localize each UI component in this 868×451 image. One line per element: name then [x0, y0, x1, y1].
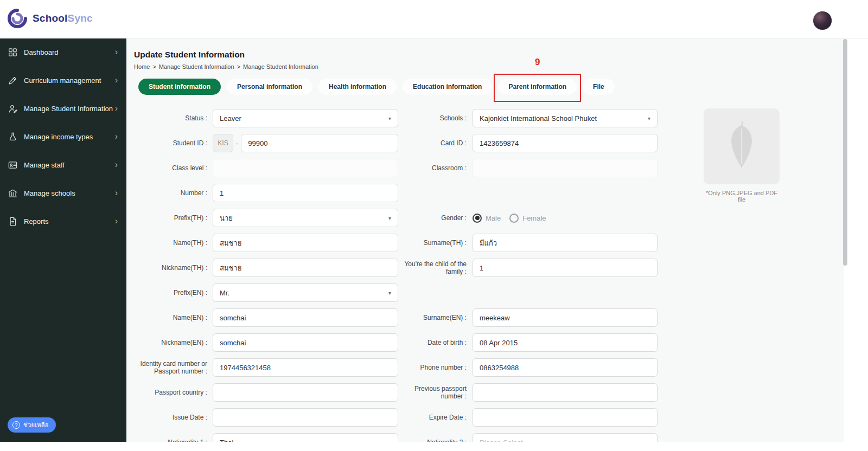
nationality-2-select[interactable]: Please Select ▾	[473, 433, 658, 442]
nickname-th-input[interactable]	[213, 259, 398, 277]
sidebar-item-label: Dashboard	[24, 48, 59, 56]
gender-female-label[interactable]: Female	[522, 214, 546, 222]
prefix-en-select[interactable]: Mr. ▾	[213, 284, 398, 302]
breadcrumb-home[interactable]: Home	[134, 63, 150, 70]
name-th-input[interactable]	[213, 234, 398, 252]
chevron-down-icon: ▾	[648, 440, 650, 442]
nationality-2-placeholder: Please Select	[480, 439, 523, 442]
form-row: Passport country : Previous passport num…	[134, 383, 844, 402]
help-button-label: ช่วยเหลือ	[23, 420, 48, 430]
sidebar-item-manage-income-types[interactable]: Manage income types ›	[0, 123, 126, 151]
form-row: Name(EN) : Surname(EN) :	[134, 308, 844, 327]
gender-male-label[interactable]: Male	[486, 214, 501, 222]
tab-student-information[interactable]: Student information	[138, 79, 221, 95]
schools-select[interactable]: Kajonkiet International School Phuket ▾	[473, 109, 658, 127]
leaf-placeholder-icon	[718, 118, 765, 175]
sidebar-item-manage-staff[interactable]: Manage staff ›	[0, 151, 126, 179]
main-content: Update Student Information Home > Manage…	[126, 38, 844, 442]
sidebar-item-label: Manage staff	[24, 161, 65, 169]
student-id-input[interactable]	[241, 134, 398, 152]
nickname-en-label: Nickname(EN) :	[134, 339, 210, 346]
number-input[interactable]	[213, 184, 398, 202]
breadcrumb-current: Manage Student Information	[243, 63, 318, 70]
nationality-1-select[interactable]: Thai ▾	[213, 433, 398, 442]
passport-country-input[interactable]	[213, 383, 398, 402]
nationality-1-value: Thai	[220, 439, 233, 442]
id-card-icon	[8, 160, 18, 170]
tab-parent-information[interactable]: Parent information	[498, 79, 577, 95]
brand-name-school: School	[33, 12, 68, 24]
sidebar-item-manage-schools[interactable]: Manage schools ›	[0, 179, 126, 207]
tab-bar: Student information Personal information…	[138, 79, 844, 95]
issue-date-input[interactable]	[213, 408, 398, 427]
brand-logo[interactable]: SchoolSync	[7, 8, 93, 29]
student-id-label: Student ID :	[134, 139, 210, 147]
surname-en-input[interactable]	[473, 308, 658, 327]
chevron-right-icon: ›	[115, 104, 118, 113]
tab-health-information[interactable]: Health information	[318, 79, 397, 95]
sidebar-item-label: Manage income types	[24, 133, 93, 141]
sidebar-item-curriculum-management[interactable]: Curriculum management ›	[0, 66, 126, 94]
tab-personal-information[interactable]: Personal information	[227, 79, 312, 95]
app: SchoolSync Dashboard › Curriculum manage…	[0, 0, 868, 442]
identity-card-label: Identity card number or Passport number …	[134, 360, 210, 375]
prefix-en-value: Mr.	[220, 289, 229, 297]
nationality-2-label: Nationality 2 :	[400, 439, 470, 442]
number-label: Number :	[134, 189, 210, 197]
prefix-th-select[interactable]: นาย ▾	[213, 209, 398, 227]
chevron-right-icon: ›	[115, 189, 118, 197]
brand-name: SchoolSync	[33, 12, 93, 24]
gender-radio-male[interactable]	[473, 214, 482, 223]
prefix-th-value: นาย	[220, 212, 233, 224]
logo-swirl-icon	[7, 8, 28, 29]
help-button[interactable]: ? ช่วยเหลือ	[8, 417, 56, 433]
tab-file[interactable]: File	[583, 79, 615, 95]
gender-label: Gender :	[400, 214, 470, 222]
status-value: Leaver	[220, 114, 241, 123]
sidebar-item-manage-student-information[interactable]: Manage Student Information ›	[0, 94, 126, 123]
name-en-input[interactable]	[213, 308, 398, 327]
chevron-down-icon: ▾	[388, 215, 391, 221]
user-avatar[interactable]	[813, 11, 832, 30]
surname-th-input[interactable]	[473, 234, 658, 252]
phone-number-input[interactable]	[473, 358, 658, 377]
nickname-th-label: Nickname(TH) :	[134, 264, 210, 272]
form-row: Identity card number or Passport number …	[134, 358, 844, 377]
passport-country-label: Passport country :	[134, 389, 210, 396]
chevron-down-icon: ▾	[648, 115, 650, 121]
class-level-input	[213, 159, 398, 177]
photo-upload-dropzone[interactable]	[704, 108, 780, 184]
top-header: SchoolSync	[0, 0, 868, 38]
child-of-family-input[interactable]	[473, 259, 658, 277]
identity-card-input[interactable]	[213, 358, 398, 377]
form-row: Name(TH) : Surname(TH) :	[134, 234, 844, 252]
pencil-icon	[8, 75, 18, 86]
vertical-scrollbar-thumb[interactable]	[843, 39, 847, 266]
form-row: Issue Date : Expire Date :	[134, 408, 844, 427]
nationality-1-label: Nationality 1 :	[134, 439, 210, 442]
issue-date-label: Issue Date :	[134, 414, 210, 421]
card-id-input[interactable]	[473, 134, 658, 152]
sidebar-item-dashboard[interactable]: Dashboard ›	[0, 38, 126, 66]
prefix-th-label: Prefix(TH) :	[134, 214, 210, 222]
date-of-birth-input[interactable]	[473, 333, 658, 352]
gender-radio-female[interactable]	[509, 214, 519, 223]
breadcrumb-manage-student-information[interactable]: Manage Student Information	[159, 63, 234, 70]
name-en-label: Name(EN) :	[134, 314, 210, 321]
sidebar-item-reports[interactable]: Reports ›	[0, 207, 126, 235]
report-document-icon	[8, 216, 18, 227]
tab-education-information[interactable]: Education information	[403, 79, 492, 95]
expire-date-input[interactable]	[473, 408, 658, 427]
nickname-en-input[interactable]	[213, 333, 398, 352]
form-row: Nationality 1 : Thai ▾ Nationality 2 : P…	[134, 433, 844, 442]
form-row: Nickname(TH) : You're the child of the f…	[134, 259, 844, 277]
student-id-group: KIS -	[213, 134, 398, 152]
classroom-label: Classroom :	[400, 164, 470, 172]
status-select[interactable]: Leaver ▾	[213, 109, 398, 127]
status-label: Status :	[134, 114, 210, 122]
chevron-down-icon: ▾	[388, 440, 391, 442]
sidebar-item-label: Curriculum management	[24, 76, 101, 85]
previous-passport-input[interactable]	[473, 383, 658, 402]
sidebar-item-label: Reports	[24, 217, 49, 226]
grid-icon	[8, 47, 18, 57]
